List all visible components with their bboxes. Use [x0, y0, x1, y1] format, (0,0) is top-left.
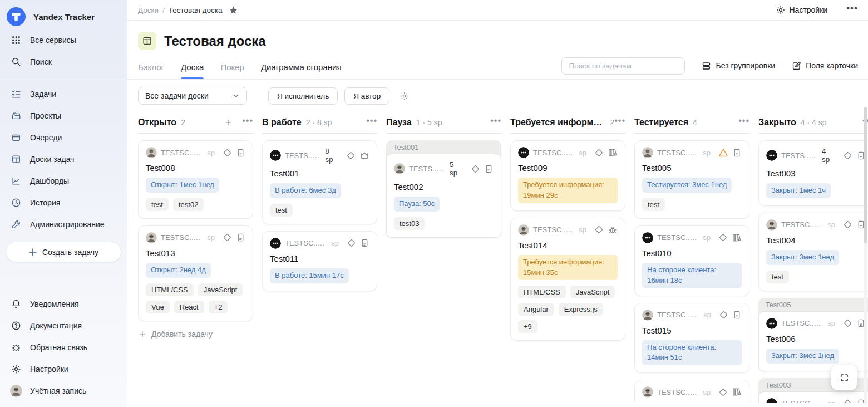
board-column: В работе2 · 8 sp•••TESTS... -18 spTest00…: [262, 114, 377, 403]
add-task-button[interactable]: Добавить задачу: [138, 330, 253, 339]
plus-icon: [28, 248, 37, 257]
column-header: Требуется информац...2•••: [510, 114, 625, 131]
status-badge: Пауза: 50с: [394, 197, 440, 212]
column-title: Пауза: [386, 117, 412, 128]
task-card[interactable]: TESTSC...-14spTest014Требуется информаци…: [510, 218, 625, 341]
diamond-icon: [594, 225, 604, 234]
sidebar-item-все-сервисы[interactable]: Все сервисы: [0, 29, 127, 51]
task-card[interactable]: TESTSC...-10spTest010На стороне клиента:…: [634, 225, 749, 296]
more-menu-button[interactable]: •••: [846, 6, 858, 14]
board-settings-button[interactable]: Настройки: [776, 6, 827, 14]
column-count: 2 · 8 sp: [306, 118, 332, 127]
task-card[interactable]: TESTSC...-13spTest013Открыт: 2нед 4дHTML…: [138, 225, 253, 321]
column-count: 2: [181, 118, 185, 127]
swimlane-group: Test001TESTS... -25 spTest002Пауза: 50сt…: [386, 140, 501, 238]
tab-покер[interactable]: Покер: [220, 56, 244, 79]
scrollbar-thumb[interactable]: [864, 107, 867, 243]
card-header: TESTSC... -6sp: [766, 318, 866, 329]
diamond-icon: [843, 399, 852, 403]
task-id: TESTSC... -5: [657, 149, 698, 157]
sidebar-item-уведомления[interactable]: Уведомления: [0, 293, 127, 315]
task-id: TESTSC...-13: [161, 233, 202, 242]
card-header: TESTSC... -4sp: [766, 219, 866, 231]
task-id: TESTS... -1: [285, 151, 320, 160]
tracker-logo-icon: [7, 7, 26, 26]
tag: JavaScript: [570, 286, 615, 298]
sidebar-item-задачи[interactable]: Задачи: [0, 83, 127, 105]
fullscreen-button[interactable]: [831, 365, 857, 390]
sidebar-item-обратная-связь[interactable]: Обратная связь: [0, 336, 127, 358]
column-menu-button[interactable]: •••: [738, 119, 749, 127]
kanban-board: Открыто2•••TESTSC... -8spTest008Открыт: …: [127, 111, 868, 403]
column-menu-button[interactable]: •••: [614, 119, 625, 127]
task-card[interactable]: TESTS... -18 spTest001В работе: 6мес 3дt…: [262, 140, 377, 224]
tab-бэклог[interactable]: Бэклог: [138, 56, 164, 79]
sidebar-item-поиск[interactable]: Поиск: [0, 51, 127, 72]
board-settings-label: Настройки: [789, 6, 827, 14]
task-title: Test013: [146, 248, 245, 258]
sidebar-item-доски-задач[interactable]: Доски задач: [0, 148, 127, 170]
title-row: Тестовая доска: [127, 21, 868, 50]
task-card[interactable]: TESTSC... -5spTest005Тестируется: 3мес 1…: [634, 140, 749, 219]
column-title: В работе: [262, 117, 302, 128]
star-icon[interactable]: [229, 6, 238, 15]
column-menu-button[interactable]: •••: [242, 119, 253, 127]
sidebar-item-история[interactable]: История: [0, 192, 127, 213]
create-task-button[interactable]: Создать задачу: [6, 242, 121, 262]
tab-диаграмма-сгорания[interactable]: Диаграмма сгорания: [261, 56, 342, 79]
search-input[interactable]: [561, 57, 685, 75]
breadcrumb-boards-link[interactable]: Доски: [138, 6, 159, 14]
task-card[interactable]: TESTS... -34 spTest003Закрыт: 1мес 1ч: [758, 140, 868, 206]
task-card[interactable]: TESTS... -25 spTest002Пауза: 50сtest03: [386, 154, 501, 238]
tag-list: test: [766, 271, 866, 283]
diamond-icon: [471, 164, 480, 174]
card-fields-button[interactable]: Поля карточки: [792, 61, 858, 71]
sidebar-item-документация[interactable]: Документация: [0, 315, 127, 336]
tag: test: [766, 271, 789, 283]
task-card[interactable]: TESTSC...-15spTest015На стороне клиента:…: [634, 303, 749, 374]
grouping-button[interactable]: Без группировки: [702, 61, 775, 71]
sidebar-item-администрирование[interactable]: Администрирование: [0, 213, 127, 235]
tabs-row: БэклогДоскаПокерДиаграмма сгорания Без г…: [127, 56, 868, 80]
task-title: Test014: [518, 241, 618, 250]
task-card[interactable]: TESTSC... -4spTest004Закрыт: 3мес 1недte…: [758, 213, 868, 291]
task-id: TESTSC... -7: [781, 399, 822, 403]
column-title: Закрыто: [758, 117, 796, 128]
search-icon: [10, 57, 22, 67]
diamond-icon: [843, 220, 852, 229]
column-divider: [262, 133, 377, 134]
vertical-scrollbar[interactable]: [864, 107, 867, 405]
tasks-filter-dropdown[interactable]: Все задачи доски: [138, 87, 247, 105]
sidebar-divider: [0, 77, 127, 77]
task-card[interactable]: TESTSC... -6spTest006Закрыт: 3мес 1нед: [758, 311, 868, 371]
column-menu-button[interactable]: •••: [490, 119, 501, 127]
column-menu-button[interactable]: •••: [366, 119, 377, 127]
sidebar-item-настройки[interactable]: Настройки: [0, 358, 127, 380]
task-id: TESTSC... -6: [781, 319, 822, 327]
column-cards: TESTSC... -8spTest008Открыт: 1мес 1недte…: [138, 140, 253, 321]
add-card-icon[interactable]: [224, 118, 233, 127]
sidebar-item-дашборды[interactable]: Дашборды: [0, 170, 127, 192]
column-actions: •••: [490, 119, 501, 127]
filter-settings-icon[interactable]: [400, 91, 409, 101]
story-points: sp: [827, 220, 835, 229]
warning-icon: [718, 148, 728, 158]
assignee-filter-button[interactable]: Я исполнитель: [268, 87, 338, 105]
app-logo-row[interactable]: Yandex Tracker: [0, 4, 127, 29]
sidebar-item-учётная-запись[interactable]: Учётная запись: [0, 380, 127, 401]
task-card[interactable]: TESTSC...-12spTest012Тестируется: 15мин …: [634, 380, 749, 403]
diamond-icon: [594, 148, 604, 158]
task-card[interactable]: TESTSC...-11spTest011В работе: 15мин 17с: [262, 231, 377, 291]
task-card[interactable]: TESTSC... -8spTest008Открыт: 1мес 1недte…: [138, 140, 253, 219]
task-card[interactable]: TESTSC... -9spTest009Требуется информаци…: [510, 140, 625, 211]
story-points: sp: [579, 225, 586, 234]
assignee-avatar: [766, 150, 777, 161]
expand-icon: [839, 372, 850, 383]
books-icon: [732, 387, 742, 397]
task-card[interactable]: TESTSC... -7spTest007: [758, 391, 868, 403]
column-cards: Test001TESTS... -25 spTest002Пауза: 50сt…: [386, 140, 501, 238]
sidebar-item-проекты[interactable]: Проекты: [0, 105, 127, 126]
tab-доска[interactable]: Доска: [181, 56, 204, 79]
author-filter-button[interactable]: Я автор: [344, 87, 389, 105]
sidebar-item-очереди[interactable]: Очереди: [0, 126, 127, 148]
